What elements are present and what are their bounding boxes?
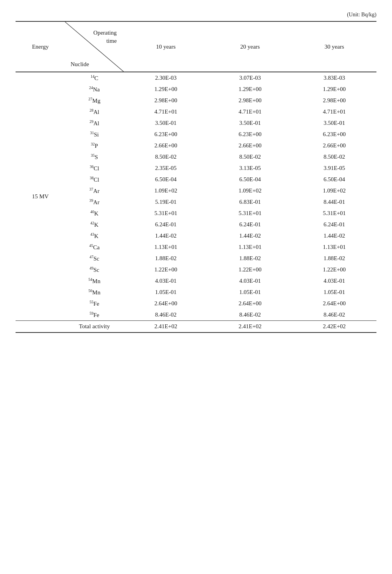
value-cell: 2.64E+00 [124, 298, 208, 309]
nuclide-cell: 55Fe [65, 298, 124, 309]
value-cell: 6.83E-01 [208, 196, 292, 208]
nuclide-cell: 43K [65, 230, 124, 242]
value-cell: 1.09E+02 [292, 185, 376, 196]
operating-label: Operating time [93, 29, 117, 45]
value-cell: 1.13E+01 [208, 242, 292, 253]
table-row: 32P2.66E+002.66E+002.66E+00 [16, 140, 376, 151]
table-row: 47Sc1.88E-021.88E-021.88E-02 [16, 253, 376, 264]
value-cell: 1.29E+00 [292, 84, 376, 95]
total-label: Total activity [65, 321, 124, 333]
table-row: 42K6.24E-016.24E-016.24E-01 [16, 219, 376, 230]
nuclide-cell: 42K [65, 219, 124, 230]
value-cell: 4.03E-01 [124, 275, 208, 287]
value-cell: 2.66E+00 [124, 140, 208, 151]
value-cell: 6.23E+00 [208, 129, 292, 140]
value-cell: 2.64E+00 [208, 298, 292, 309]
value-cell: 1.88E-02 [124, 253, 208, 264]
nuclide-cell: 54Mn [65, 275, 124, 287]
value-cell: 2.98E+00 [292, 95, 376, 106]
value-cell: 1.22E+00 [292, 264, 376, 275]
value-cell: 1.09E+02 [124, 185, 208, 196]
table-row: 56Mn1.05E-011.05E-011.05E-01 [16, 287, 376, 298]
total-value: 2.42E+02 [292, 321, 376, 333]
value-cell: 1.05E-01 [208, 287, 292, 298]
value-cell: 4.71E+01 [124, 106, 208, 117]
value-cell: 8.46E-02 [208, 309, 292, 321]
header-10years: 10 years [124, 21, 208, 72]
value-cell: 2.35E-05 [124, 163, 208, 174]
table-row: 40K5.31E+015.31E+015.31E+01 [16, 208, 376, 219]
nuclide-cell: 36Cl [65, 163, 124, 174]
value-cell: 6.23E+00 [124, 129, 208, 140]
table-row: 15 MV14C2.30E-033.07E-033.83E-03 [16, 72, 376, 84]
value-cell: 4.03E-01 [292, 275, 376, 287]
nuclide-cell: 49Sc [65, 264, 124, 275]
value-cell: 6.24E-01 [208, 219, 292, 230]
table-row: 27Mg2.98E+002.98E+002.98E+00 [16, 95, 376, 106]
nuclide-cell: 28Al [65, 106, 124, 117]
value-cell: 6.50E-04 [208, 174, 292, 185]
table-row: 24Na1.29E+001.29E+001.29E+00 [16, 84, 376, 95]
value-cell: 4.71E+01 [208, 106, 292, 117]
nuclide-cell: 32P [65, 140, 124, 151]
energy-cell: 15 MV [16, 72, 65, 321]
nuclide-cell: 29Al [65, 117, 124, 129]
table-row: 38Cl6.50E-046.50E-046.50E-04 [16, 174, 376, 185]
value-cell: 1.09E+02 [208, 185, 292, 196]
value-cell: 3.83E-03 [292, 72, 376, 84]
value-cell: 1.44E-02 [208, 230, 292, 242]
header-30years: 30 years [292, 21, 376, 72]
table-row: 39Ar5.19E-016.83E-018.44E-01 [16, 196, 376, 208]
value-cell: 3.13E-05 [208, 163, 292, 174]
value-cell: 4.03E-01 [208, 275, 292, 287]
value-cell: 1.13E+01 [292, 242, 376, 253]
value-cell: 6.24E-01 [124, 219, 208, 230]
table-row: 36Cl2.35E-053.13E-053.91E-05 [16, 163, 376, 174]
table-row: 55Fe2.64E+002.64E+002.64E+00 [16, 298, 376, 309]
main-table: Energy Operating time Nuclide 10 years 2… [16, 21, 376, 333]
nuclide-cell: 27Mg [65, 95, 124, 106]
value-cell: 5.19E-01 [124, 196, 208, 208]
value-cell: 1.13E+01 [124, 242, 208, 253]
value-cell: 2.98E+00 [124, 95, 208, 106]
value-cell: 1.22E+00 [208, 264, 292, 275]
table-row: 54Mn4.03E-014.03E-014.03E-01 [16, 275, 376, 287]
value-cell: 8.44E-01 [292, 196, 376, 208]
nuclide-cell: 45Ca [65, 242, 124, 253]
nuclide-cell: 38Cl [65, 174, 124, 185]
energy-header-label: Energy [32, 44, 49, 50]
value-cell: 1.29E+00 [124, 84, 208, 95]
value-cell: 4.71E+01 [292, 106, 376, 117]
total-value: 2.41E+02 [124, 321, 208, 333]
table-row: 35S8.50E-028.50E-028.50E-02 [16, 151, 376, 163]
nuclide-cell: 35S [65, 151, 124, 163]
table-row: 49Sc1.22E+001.22E+001.22E+00 [16, 264, 376, 275]
value-cell: 2.30E-03 [124, 72, 208, 84]
value-cell: 3.50E-01 [292, 117, 376, 129]
value-cell: 5.31E+01 [124, 208, 208, 219]
table-row: 59Fe8.46E-028.46E-028.46E-02 [16, 309, 376, 321]
value-cell: 1.88E-02 [208, 253, 292, 264]
value-cell: 3.50E-01 [208, 117, 292, 129]
nuclide-cell: 40K [65, 208, 124, 219]
header-20years: 20 years [208, 21, 292, 72]
value-cell: 3.07E-03 [208, 72, 292, 84]
value-cell: 1.05E-01 [124, 287, 208, 298]
value-cell: 1.44E-02 [124, 230, 208, 242]
value-cell: 3.91E-05 [292, 163, 376, 174]
value-cell: 6.50E-04 [124, 174, 208, 185]
nuclide-cell: 56Mn [65, 287, 124, 298]
nuclide-cell: 24Na [65, 84, 124, 95]
value-cell: 1.44E-02 [292, 230, 376, 242]
nuclide-cell: 47Sc [65, 253, 124, 264]
nuclide-cell: 59Fe [65, 309, 124, 321]
nuclide-cell: 31Si [65, 129, 124, 140]
value-cell: 2.66E+00 [208, 140, 292, 151]
table-row: 45Ca1.13E+011.13E+011.13E+01 [16, 242, 376, 253]
value-cell: 1.05E-01 [292, 287, 376, 298]
unit-label: (Unit: Bq/kg) [16, 12, 376, 18]
total-value: 2.41E+02 [208, 321, 292, 333]
value-cell: 5.31E+01 [292, 208, 376, 219]
diagonal-header: Operating time Nuclide [65, 21, 124, 72]
nuclide-cell: 37Ar [65, 185, 124, 196]
